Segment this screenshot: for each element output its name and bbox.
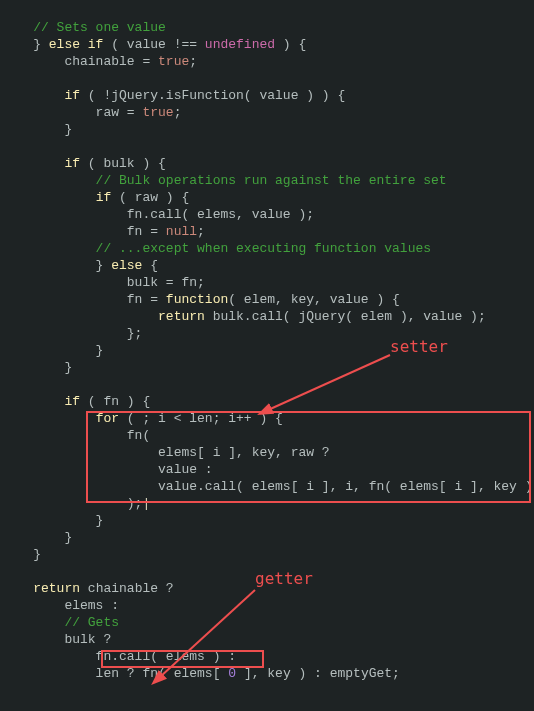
arrow-setter-icon bbox=[260, 350, 400, 420]
keyword-function: function bbox=[166, 292, 228, 307]
keyword-if: if bbox=[96, 190, 112, 205]
code-block: // Sets one value } else if ( value !== … bbox=[0, 0, 534, 711]
annotation-setter-label: setter bbox=[390, 338, 448, 355]
keyword-if: if bbox=[64, 156, 80, 171]
comment-line: // Bulk operations run against the entir… bbox=[2, 173, 447, 188]
keyword-else-if: else if bbox=[49, 37, 104, 52]
keyword-return: return bbox=[33, 581, 80, 596]
comment-line: // Gets bbox=[2, 615, 119, 630]
true-literal: true bbox=[158, 54, 189, 69]
comment-line: // ...except when executing function val… bbox=[2, 241, 431, 256]
keyword-else: else bbox=[111, 258, 142, 273]
comment-line: // Sets one value bbox=[2, 20, 166, 35]
keyword-if: if bbox=[64, 394, 80, 409]
keyword-for: for bbox=[96, 411, 119, 426]
annotation-getter-label: getter bbox=[255, 570, 313, 587]
null-literal: null bbox=[166, 224, 197, 239]
keyword-if: if bbox=[64, 88, 80, 103]
true-literal: true bbox=[142, 105, 173, 120]
number-literal: 0 bbox=[228, 666, 236, 681]
svg-line-0 bbox=[268, 355, 390, 410]
undefined-literal: undefined bbox=[205, 37, 275, 52]
keyword-return: return bbox=[158, 309, 205, 324]
